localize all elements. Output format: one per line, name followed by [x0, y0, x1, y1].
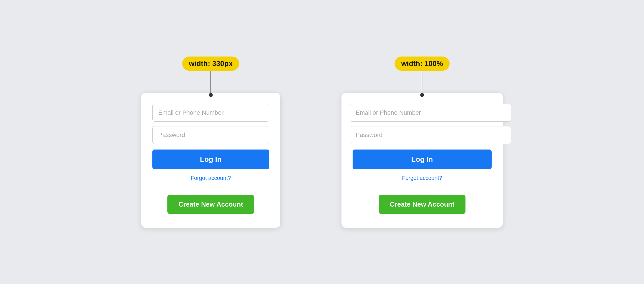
- right-create-button[interactable]: Create New Account: [379, 195, 466, 214]
- left-connector-line: [210, 71, 211, 93]
- right-connector-line: [422, 71, 422, 93]
- right-connector-dot: [420, 93, 424, 97]
- right-login-button[interactable]: Log In: [353, 150, 492, 169]
- left-connector-dot: [209, 93, 213, 97]
- left-create-button[interactable]: Create New Account: [167, 195, 254, 214]
- left-login-card: Log In Forgot account? Create New Accoun…: [141, 93, 280, 228]
- right-connector: [420, 71, 424, 97]
- right-badge: width: 100%: [395, 57, 450, 71]
- left-forgot-link[interactable]: Forgot account?: [152, 175, 269, 181]
- right-password-input[interactable]: [350, 126, 511, 144]
- left-divider: [152, 188, 269, 188]
- right-divider: [353, 188, 492, 188]
- right-demo-section: width: 100% Log In Forgot account? Creat…: [341, 57, 503, 228]
- left-login-button[interactable]: Log In: [152, 150, 269, 169]
- left-badge: width: 330px: [182, 57, 239, 71]
- left-password-input[interactable]: [152, 126, 269, 144]
- left-demo-section: width: 330px Log In Forgot account? Crea…: [141, 57, 280, 228]
- right-forgot-link[interactable]: Forgot account?: [353, 175, 492, 181]
- right-login-card: Log In Forgot account? Create New Accoun…: [341, 93, 503, 228]
- right-email-input[interactable]: [350, 104, 511, 122]
- page-container: width: 330px Log In Forgot account? Crea…: [0, 0, 644, 284]
- left-email-input[interactable]: [152, 104, 269, 122]
- left-connector: [209, 71, 213, 97]
